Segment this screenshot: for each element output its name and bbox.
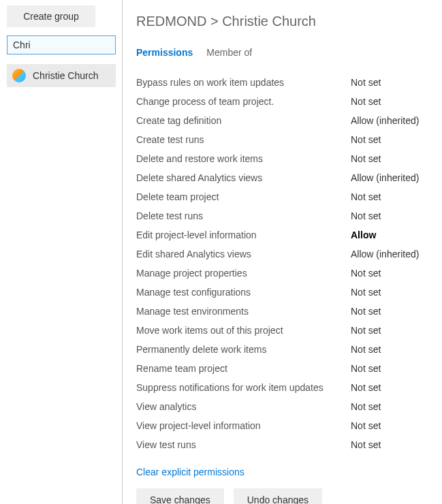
permission-value[interactable]: Not set bbox=[351, 325, 434, 336]
permission-row: Edit shared Analytics viewsAllow (inheri… bbox=[136, 245, 434, 264]
permission-value[interactable]: Not set bbox=[351, 420, 434, 431]
tab-bar: Permissions Member of bbox=[136, 47, 434, 59]
permission-name: Delete test runs bbox=[136, 210, 351, 221]
permission-value[interactable]: Allow (inherited) bbox=[351, 249, 434, 259]
tab-member-of[interactable]: Member of bbox=[206, 47, 252, 59]
permission-value[interactable]: Not set bbox=[351, 382, 434, 393]
permission-value[interactable]: Allow (inherited) bbox=[351, 172, 434, 183]
permission-row: Delete and restore work itemsNot set bbox=[136, 149, 434, 168]
search-input[interactable] bbox=[7, 35, 116, 54]
sidebar: Create group Christie Church bbox=[0, 0, 123, 504]
permission-value[interactable]: Not set bbox=[351, 134, 434, 145]
permission-value[interactable]: Not set bbox=[351, 191, 434, 202]
permission-value[interactable]: Not set bbox=[351, 344, 434, 355]
permission-value[interactable]: Not set bbox=[351, 77, 434, 88]
permission-name: View test runs bbox=[136, 439, 351, 450]
permission-name: Bypass rules on work item updates bbox=[136, 77, 351, 88]
permission-name: Delete team project bbox=[136, 191, 351, 202]
permission-name: Delete and restore work items bbox=[136, 153, 351, 164]
sidebar-user-item[interactable]: Christie Church bbox=[7, 64, 116, 87]
permission-value[interactable]: Not set bbox=[351, 153, 434, 164]
create-group-button[interactable]: Create group bbox=[7, 5, 95, 27]
permission-row: Rename team projectNot set bbox=[136, 359, 434, 378]
avatar-icon bbox=[12, 69, 26, 82]
permission-name: Manage project properties bbox=[136, 268, 351, 279]
permission-name: Create tag definition bbox=[136, 115, 351, 126]
permission-row: Create test runsNot set bbox=[136, 130, 434, 149]
breadcrumb-current: Christie Church bbox=[222, 14, 316, 29]
main-panel: REDMOND > Christie Church Permissions Me… bbox=[123, 0, 442, 504]
permission-row: View test runsNot set bbox=[136, 435, 434, 454]
permission-value[interactable]: Allow (inherited) bbox=[351, 115, 434, 126]
permission-row: View project-level informationNot set bbox=[136, 416, 434, 435]
permission-row: Suppress notifications for work item upd… bbox=[136, 378, 434, 397]
breadcrumb-sep: > bbox=[210, 14, 219, 29]
permission-value[interactable]: Not set bbox=[351, 439, 434, 450]
permission-name: Rename team project bbox=[136, 363, 351, 374]
permission-name: View analytics bbox=[136, 401, 351, 412]
permission-name: Edit project-level information bbox=[136, 230, 351, 240]
permission-row: Manage test configurationsNot set bbox=[136, 283, 434, 302]
permission-name: Create test runs bbox=[136, 134, 351, 145]
undo-changes-button[interactable]: Undo changes bbox=[234, 488, 322, 504]
permission-name: Manage test environments bbox=[136, 306, 351, 317]
permission-value[interactable]: Not set bbox=[351, 268, 434, 279]
permission-row: Manage test environmentsNot set bbox=[136, 302, 434, 321]
permission-value[interactable]: Not set bbox=[351, 96, 434, 107]
permission-row: View analyticsNot set bbox=[136, 397, 434, 416]
permission-name: Move work items out of this project bbox=[136, 325, 351, 336]
permission-row: Delete test runsNot set bbox=[136, 206, 434, 225]
permission-name: View project-level information bbox=[136, 420, 351, 431]
permission-value[interactable]: Not set bbox=[351, 401, 434, 412]
permission-row: Bypass rules on work item updatesNot set bbox=[136, 73, 434, 92]
permission-name: Delete shared Analytics views bbox=[136, 172, 351, 183]
permission-row: Delete team projectNot set bbox=[136, 187, 434, 206]
sidebar-user-label: Christie Church bbox=[33, 70, 98, 81]
permission-value[interactable]: Not set bbox=[351, 306, 434, 317]
clear-explicit-permissions-link[interactable]: Clear explicit permissions bbox=[136, 467, 244, 477]
permission-row: Manage project propertiesNot set bbox=[136, 264, 434, 283]
breadcrumb: REDMOND > Christie Church bbox=[136, 14, 434, 29]
permission-name: Edit shared Analytics views bbox=[136, 249, 351, 259]
permission-row: Permanently delete work itemsNot set bbox=[136, 340, 434, 359]
permission-name: Suppress notifications for work item upd… bbox=[136, 382, 351, 393]
permission-value[interactable]: Not set bbox=[351, 287, 434, 298]
save-changes-button[interactable]: Save changes bbox=[136, 488, 224, 504]
permission-name: Change process of team project. bbox=[136, 96, 351, 107]
permission-row: Delete shared Analytics viewsAllow (inhe… bbox=[136, 168, 434, 187]
permission-row: Move work items out of this projectNot s… bbox=[136, 321, 434, 340]
permission-row: Edit project-level informationAllow bbox=[136, 225, 434, 245]
tab-permissions[interactable]: Permissions bbox=[136, 47, 193, 59]
permission-row: Create tag definitionAllow (inherited) bbox=[136, 111, 434, 130]
permission-value[interactable]: Not set bbox=[351, 210, 434, 221]
permission-value[interactable]: Allow bbox=[351, 230, 434, 240]
button-row: Save changes Undo changes bbox=[136, 488, 434, 504]
permission-name: Manage test configurations bbox=[136, 287, 351, 298]
permission-row: Change process of team project.Not set bbox=[136, 92, 434, 111]
permissions-list: Bypass rules on work item updatesNot set… bbox=[136, 73, 434, 454]
breadcrumb-root: REDMOND bbox=[136, 14, 206, 29]
permission-value[interactable]: Not set bbox=[351, 363, 434, 374]
permission-name: Permanently delete work items bbox=[136, 344, 351, 355]
